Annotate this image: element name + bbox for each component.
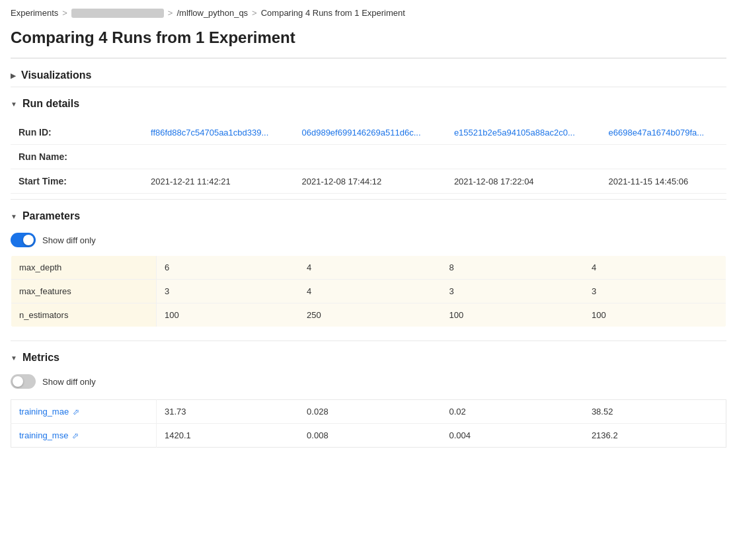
param-val-max-features-3: 3: [584, 280, 726, 303]
run-id-0[interactable]: ff86fd88c7c54705aa1cbd339...: [151, 128, 268, 138]
parameters-toggle-row: Show diff only: [11, 227, 726, 255]
metric-name-training-mae: training_mae ⬀: [11, 400, 157, 424]
training-mae-chart-icon: ⬀: [73, 407, 79, 417]
breadcrumb-sep1: >: [62, 8, 67, 18]
metric-val-training-mse-3: 2136.2: [584, 424, 726, 448]
breadcrumb-experiments[interactable]: Experiments: [11, 8, 58, 18]
param-name-n-estimators: n_estimators: [11, 303, 157, 327]
param-name-max-depth: max_depth: [11, 256, 157, 280]
param-val-n-estimators-3: 100: [584, 303, 726, 327]
start-time-0: 2021-12-21 11:42:21: [143, 169, 293, 194]
parameters-chevron: ▼: [11, 213, 17, 220]
parameters-label: Parameters: [22, 210, 80, 222]
metric-val-training-mae-3: 38.52: [584, 400, 726, 424]
metric-val-training-mse-0: 1420.1: [157, 424, 299, 448]
param-name-max-features: max_features: [11, 280, 157, 303]
metrics-table: training_mae ⬀ 31.73 0.028 0.02 38.52 tr…: [11, 399, 726, 448]
start-time-3: 2021-11-15 14:45:06: [601, 169, 726, 194]
param-val-max-features-1: 4: [299, 280, 441, 303]
param-row-max-features: max_features 3 4 3 3: [11, 280, 726, 303]
metric-row-training-mse: training_mse ⬀ 1420.1 0.008 0.004 2136.2: [11, 424, 726, 448]
metric-val-training-mae-1: 0.028: [299, 400, 441, 424]
param-val-max-features-2: 3: [441, 280, 583, 303]
metrics-chevron: ▼: [11, 354, 17, 362]
breadcrumb-current: Comparing 4 Runs from 1 Experiment: [261, 8, 405, 18]
training-mse-link[interactable]: training_mse ⬀: [19, 430, 148, 440]
breadcrumb-experiment-name[interactable]: /mlflow_python_qs: [176, 8, 248, 18]
metrics-section-header[interactable]: ▼ Metrics: [11, 341, 726, 369]
run-details-section-header[interactable]: ▼ Run details: [11, 87, 726, 115]
parameters-toggle-thumb: [23, 235, 34, 245]
parameters-show-diff-label: Show diff only: [42, 235, 96, 245]
breadcrumb-sep3: >: [252, 8, 257, 18]
metric-val-training-mae-0: 31.73: [157, 400, 299, 424]
run-id-label: Run ID:: [11, 120, 143, 145]
run-name-3: [601, 145, 726, 169]
run-id-1[interactable]: 06d989ef699146269a511d6c...: [301, 128, 420, 138]
metric-name-training-mse: training_mse ⬀: [11, 424, 157, 448]
run-id-2[interactable]: e15521b2e5a94105a88ac2c0...: [454, 128, 575, 138]
run-id-3[interactable]: e6698e47a1674b079fa...: [609, 128, 705, 138]
param-val-n-estimators-1: 250: [299, 303, 441, 327]
parameters-table: max_depth 6 4 8 4 max_features 3 4 3 3 n…: [11, 255, 726, 327]
run-name-label: Run Name:: [11, 145, 143, 169]
breadcrumb-sep2: >: [168, 8, 173, 18]
param-val-max-depth-0: 6: [157, 256, 299, 280]
metrics-toggle-row: Show diff only: [11, 369, 726, 397]
metric-val-training-mse-1: 0.008: [299, 424, 441, 448]
page-title: Comparing 4 Runs from 1 Experiment: [11, 23, 726, 58]
training-mse-chart-icon: ⬀: [72, 431, 79, 440]
breadcrumb-users: [71, 9, 164, 18]
visualizations-label: Visualizations: [21, 69, 91, 81]
metrics-show-diff-toggle[interactable]: [11, 374, 36, 389]
metrics-toggle-thumb: [13, 376, 23, 387]
start-time-label: Start Time:: [11, 169, 143, 194]
parameters-show-diff-toggle[interactable]: [11, 233, 36, 247]
param-val-max-features-0: 3: [157, 280, 299, 303]
training-mae-link[interactable]: training_mae ⬀: [19, 407, 148, 417]
metrics-show-diff-label: Show diff only: [42, 377, 96, 387]
param-val-max-depth-1: 4: [299, 256, 441, 280]
metric-val-training-mse-2: 0.004: [441, 424, 583, 448]
param-val-max-depth-2: 8: [441, 256, 583, 280]
run-details-label: Run details: [22, 98, 79, 110]
run-name-1: [293, 145, 446, 169]
param-val-n-estimators-2: 100: [441, 303, 583, 327]
start-time-2: 2021-12-08 17:22:04: [446, 169, 601, 194]
start-time-1: 2021-12-08 17:44:12: [293, 169, 446, 194]
metric-row-training-mae: training_mae ⬀ 31.73 0.028 0.02 38.52: [11, 400, 726, 424]
breadcrumb: Experiments > > /mlflow_python_qs > Comp…: [11, 0, 726, 23]
param-val-max-depth-3: 4: [584, 256, 726, 280]
training-mse-text: training_mse: [19, 430, 68, 440]
parameters-section-header[interactable]: ▼ Parameters: [11, 200, 726, 227]
param-row-max-depth: max_depth 6 4 8 4: [11, 256, 726, 280]
run-name-2: [446, 145, 601, 169]
param-row-n-estimators: n_estimators 100 250 100 100: [11, 303, 726, 327]
run-name-0: [143, 145, 293, 169]
run-details-chevron: ▼: [11, 100, 17, 108]
training-mae-text: training_mae: [19, 407, 69, 417]
metric-val-training-mae-2: 0.02: [441, 400, 583, 424]
param-val-n-estimators-0: 100: [157, 303, 299, 327]
metrics-label: Metrics: [22, 352, 59, 364]
visualizations-section-header[interactable]: ▶ Visualizations: [11, 59, 726, 87]
visualizations-chevron: ▶: [11, 72, 16, 79]
run-details-table: Run ID: ff86fd88c7c54705aa1cbd339... 06d…: [11, 120, 726, 194]
